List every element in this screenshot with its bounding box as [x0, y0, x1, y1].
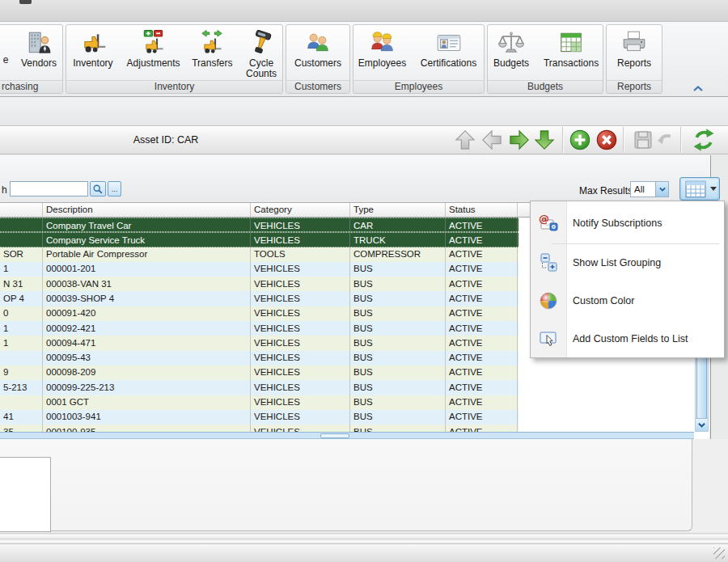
ribbon-button-adjustments[interactable]: Adjustments: [123, 27, 184, 69]
ribbon-group-customers: Customers Customers: [286, 24, 350, 94]
ribbon-button-cycle-counts[interactable]: Cycle Counts: [240, 27, 282, 80]
status-bar: [0, 543, 728, 562]
cell-description: 000094-471: [43, 336, 251, 350]
cell-type: COMPRESSOR: [350, 247, 446, 262]
ribbon-button-customers[interactable]: Customers: [290, 27, 346, 69]
cell-assetid: 1: [0, 336, 43, 350]
cell-description: Company Travel Car: [43, 218, 251, 231]
column-header-assetid[interactable]: [0, 203, 43, 217]
table-row[interactable]: SOR Portable Air Compressor TOOLS COMPRE…: [0, 247, 518, 262]
cell-type: BUS: [350, 291, 446, 306]
ribbon-group-budgets: Budgets Transactions Budgets: [487, 24, 603, 94]
ribbon-button-reports[interactable]: Reports: [610, 27, 658, 69]
delete-record-button[interactable]: [595, 129, 618, 151]
application-window: e Vendors rchasing: [0, 0, 728, 562]
column-header-category[interactable]: Category: [251, 203, 350, 217]
horizontal-scrollbar[interactable]: [0, 432, 694, 439]
cell-category: VEHICLES: [251, 410, 350, 425]
cell-assetid: [0, 233, 43, 246]
cell-assetid: [0, 395, 43, 410]
table-row[interactable]: N 31 000038-VAN 31 VEHICLES BUS ACTIVE: [0, 277, 518, 291]
ribbon-button-inventory[interactable]: Inventory: [66, 27, 120, 69]
ribbon-button-vendors[interactable]: Vendors: [14, 27, 64, 69]
cell-assetid: 9: [0, 366, 43, 380]
ribbon-button-label: Certifications: [421, 58, 476, 69]
cell-category: VEHICLES: [251, 218, 350, 231]
cell-type: BUS: [350, 395, 446, 410]
navigate-back-button[interactable]: [480, 129, 503, 151]
color-sphere-icon: [539, 291, 558, 311]
column-header-status[interactable]: Status: [446, 203, 518, 217]
ribbon-button-cutoff[interactable]: e: [0, 55, 11, 65]
cell-status: ACTIVE: [446, 336, 518, 350]
table-row[interactable]: Company Travel Car VEHICLES CAR ACTIVE: [0, 218, 518, 232]
ribbon-group-employees: Employees Certifications Em: [353, 24, 485, 94]
table-row[interactable]: 9 000098-209 VEHICLES BUS ACTIVE: [0, 366, 518, 380]
window-top-strip: [0, 0, 728, 22]
add-record-button[interactable]: [569, 129, 591, 151]
ribbon-collapse-button[interactable]: [691, 83, 705, 95]
ribbon-group-label: Budgets: [488, 80, 603, 93]
table-row[interactable]: 0001 GCT VEHICLES BUS ACTIVE: [0, 395, 518, 410]
cell-assetid: 5-213: [0, 380, 43, 395]
menu-item-notify-subscriptions[interactable]: @ Notify Subscriptions: [531, 201, 724, 243]
refresh-button[interactable]: [692, 128, 716, 152]
email-notification-icon: @: [539, 213, 558, 232]
panel-gap: [0, 97, 728, 125]
ribbon-button-budgets[interactable]: Budgets: [488, 27, 535, 69]
list-options-button[interactable]: [679, 177, 720, 201]
table-row[interactable]: OP 4 000039-SHOP 4 VEHICLES BUS ACTIVE: [0, 291, 518, 306]
ribbon-button-transfers[interactable]: Transfers: [187, 27, 237, 69]
cell-category: VEHICLES: [251, 336, 350, 350]
ribbon-button-certifications[interactable]: Certifications: [415, 27, 483, 69]
list-grouping-icon: [539, 252, 558, 272]
ribbon-button-transactions[interactable]: Transactions: [540, 27, 603, 69]
menu-item-custom-color[interactable]: Custom Color: [531, 281, 724, 320]
cell-assetid: [0, 351, 43, 366]
cell-type: BUS: [350, 336, 446, 350]
table-row[interactable]: 35 000100-935 VEHICLES BUS ACTIVE: [0, 425, 518, 432]
cell-category: VEHICLES: [251, 395, 350, 410]
column-header-description[interactable]: Description: [43, 203, 251, 217]
table-row[interactable]: 000095-43 VEHICLES BUS ACTIVE: [0, 351, 518, 366]
navigate-up-button[interactable]: [454, 129, 476, 151]
chevron-down-icon: [697, 421, 706, 429]
cell-description: Company Service Truck: [43, 233, 251, 246]
menu-item-add-custom-fields[interactable]: Add Custom Fields to List: [531, 320, 724, 359]
cell-description: 000001-201: [43, 262, 251, 277]
ribbon-button-employees[interactable]: Employees: [355, 27, 410, 69]
scroll-down-button[interactable]: [696, 418, 708, 431]
max-results-dropdown[interactable]: All: [630, 181, 669, 197]
horizontal-scrollbar-thumb[interactable]: [320, 433, 349, 438]
save-record-button[interactable]: [632, 129, 654, 151]
window-resize-grip[interactable]: [713, 547, 725, 559]
caret-down-icon: [710, 187, 717, 191]
search-input[interactable]: [10, 181, 88, 196]
search-options-button[interactable]: ...: [108, 181, 121, 196]
table-row[interactable]: 0 000091-420 VEHICLES BUS ACTIVE: [0, 306, 518, 321]
table-row[interactable]: 1 000094-471 VEHICLES BUS ACTIVE: [0, 336, 518, 350]
ribbon-button-label: Customers: [294, 58, 341, 69]
column-header-type[interactable]: Type: [350, 203, 446, 217]
navigate-down-button[interactable]: [533, 129, 556, 151]
toolbar-separator: [680, 127, 681, 153]
table-row[interactable]: 5-213 000099-225-213 VEHICLES BUS ACTIVE: [0, 380, 518, 395]
x-circle-icon: [595, 129, 618, 151]
search-button[interactable]: [90, 181, 106, 196]
navigate-forward-button[interactable]: [508, 129, 531, 151]
undo-button[interactable]: [654, 129, 677, 151]
cell-description: Portable Air Compressor: [43, 247, 251, 262]
ribbon-button-label: Inventory: [73, 58, 112, 69]
table-row[interactable]: Company Service Truck VEHICLES TRUCK ACT…: [0, 232, 518, 247]
menu-item-label: Add Custom Fields to List: [573, 333, 688, 344]
cell-category: VEHICLES: [251, 291, 350, 306]
grid-table-icon: [685, 180, 706, 198]
ribbon-button-label: Transfers: [192, 58, 232, 69]
dropdown-arrow-button[interactable]: [655, 182, 668, 196]
table-row[interactable]: 41 0001003-941 VEHICLES BUS ACTIVE: [0, 410, 518, 425]
menu-item-show-list-grouping[interactable]: Show List Grouping: [531, 244, 724, 281]
table-row[interactable]: 1 000001-201 VEHICLES BUS ACTIVE: [0, 262, 518, 277]
ribbon-group-label: Employees: [353, 80, 484, 93]
cursor-field-icon: [539, 329, 558, 349]
table-row[interactable]: 1 000092-421 VEHICLES BUS ACTIVE: [0, 321, 518, 336]
